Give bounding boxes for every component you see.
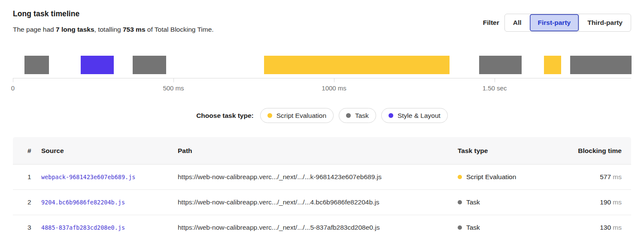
pill-label: Task — [355, 112, 369, 120]
row-blocking-time-cell: 190 ms — [564, 198, 631, 206]
axis-tick-label: 1000 ms — [322, 84, 346, 92]
axis-tick-label: 1.50 sec — [483, 84, 507, 92]
legend-label: Choose task type: — [196, 112, 254, 120]
axis-tick — [173, 78, 174, 82]
row-blocking-time-unit: ms — [611, 198, 622, 206]
row-path: https://web-now-calibreapp.verc.../_next… — [178, 224, 458, 231]
header-section: Long task timeline The page had 7 long t… — [13, 9, 214, 33]
task-dot-icon — [346, 113, 351, 118]
row-task-type-cell: Task — [458, 224, 564, 231]
summary-text: The page had 7 long tasks, totalling 753… — [13, 26, 214, 33]
row-source-cell: 4885-837afb283cd208e0.js — [41, 224, 178, 231]
axis-tick — [334, 78, 334, 82]
row-task-type-label: Script Evaluation — [466, 173, 516, 181]
axis-tick — [495, 78, 495, 82]
source-link[interactable]: 9204.bc6b9686fe82204b.js — [41, 199, 125, 206]
task-timeline-chart: 0500 ms1000 ms1.50 sec — [13, 56, 631, 96]
task-type-legend: Choose task type: Script EvaluationTaskS… — [0, 108, 644, 123]
col-header-task-type: Task type — [458, 147, 564, 155]
filter-option-all[interactable]: All — [505, 14, 530, 31]
task-dot-icon — [458, 225, 462, 230]
task-bar-task[interactable] — [24, 56, 49, 74]
row-task-type-cell: Script Evaluation — [458, 173, 564, 181]
timeline-bars — [13, 56, 631, 74]
source-link[interactable]: 4885-837afb283cd208e0.js — [41, 224, 125, 231]
row-index: 1 — [13, 173, 41, 181]
row-blocking-time-cell: 130 ms — [564, 224, 631, 231]
summary-tbt-value: 753 ms — [123, 26, 146, 33]
style-layout-dot-icon — [389, 113, 393, 118]
task-type-pill-script-evaluation[interactable]: Script Evaluation — [260, 108, 334, 123]
legend-pills: Script EvaluationTaskStyle & Layout — [260, 108, 448, 123]
row-path: https://web-now-calibreapp.verc.../_next… — [178, 173, 458, 181]
summary-task-count: 7 long tasks — [56, 26, 94, 33]
task-bar-script-evaluation[interactable] — [544, 56, 561, 74]
axis-tick-label: 500 ms — [163, 84, 184, 92]
row-blocking-time-value: 577 — [600, 173, 611, 180]
row-blocking-time-unit: ms — [611, 224, 622, 231]
col-header-path: Path — [178, 147, 458, 155]
summary-suffix: of Total Blocking Time. — [146, 26, 214, 33]
pill-label: Style & Layout — [398, 112, 440, 120]
summary-mid: , totalling — [94, 26, 123, 33]
task-type-pill-task[interactable]: Task — [339, 108, 376, 123]
timeline-axis — [13, 78, 631, 78]
source-link[interactable]: webpack-9681423e607eb689.js — [41, 174, 135, 180]
row-task-type-label: Task — [466, 224, 480, 231]
page-title: Long task timeline — [13, 9, 214, 18]
row-task-type-cell: Task — [458, 198, 564, 206]
table-row: 34885-837afb283cd208e0.jshttps://web-now… — [13, 215, 631, 240]
row-index: 3 — [13, 224, 41, 231]
script-evaluation-dot-icon — [458, 175, 462, 179]
table-header-row: # Source Path Task type Blocking time — [13, 137, 631, 165]
task-dot-icon — [458, 200, 462, 204]
col-header-blocking-time: Blocking time — [564, 147, 631, 155]
col-header-source: Source — [41, 147, 178, 155]
row-task-type-label: Task — [466, 198, 480, 206]
pill-label: Script Evaluation — [276, 112, 326, 120]
row-blocking-time-unit: ms — [611, 173, 622, 180]
table-row: 29204.bc6b9686fe82204b.jshttps://web-now… — [13, 190, 631, 215]
filter-group: Filter AllFirst-partyThird-party — [483, 14, 631, 32]
task-bar-style-layout[interactable] — [81, 56, 114, 74]
filter-segmented-control: AllFirst-partyThird-party — [504, 14, 631, 32]
col-header-index: # — [13, 147, 41, 155]
task-bar-task[interactable] — [479, 56, 522, 74]
axis-tick — [13, 78, 13, 82]
row-index: 2 — [13, 198, 41, 206]
table-row: 1webpack-9681423e607eb689.jshttps://web-… — [13, 165, 631, 190]
long-task-timeline-panel: Long task timeline The page had 7 long t… — [0, 0, 644, 240]
axis-tick-label: 0 — [11, 84, 15, 92]
filter-label: Filter — [483, 19, 499, 27]
long-tasks-table: # Source Path Task type Blocking time 1w… — [13, 137, 631, 240]
row-source-cell: 9204.bc6b9686fe82204b.js — [41, 198, 178, 206]
row-blocking-time-value: 190 — [600, 198, 611, 206]
task-bar-script-evaluation[interactable] — [264, 56, 450, 74]
summary-prefix: The page had — [13, 26, 56, 33]
filter-option-first-party[interactable]: First-party — [530, 14, 579, 31]
row-path: https://web-now-calibreapp.verc.../_next… — [178, 198, 458, 206]
task-bar-task[interactable] — [570, 56, 632, 74]
row-blocking-time-value: 130 — [600, 224, 611, 231]
task-bar-task[interactable] — [133, 56, 166, 74]
row-source-cell: webpack-9681423e607eb689.js — [41, 173, 178, 181]
script-evaluation-dot-icon — [267, 113, 272, 118]
table-body: 1webpack-9681423e607eb689.jshttps://web-… — [13, 165, 631, 240]
task-type-pill-style-layout[interactable]: Style & Layout — [381, 108, 448, 123]
filter-option-third-party[interactable]: Third-party — [579, 14, 631, 31]
row-blocking-time-cell: 577 ms — [564, 173, 631, 181]
